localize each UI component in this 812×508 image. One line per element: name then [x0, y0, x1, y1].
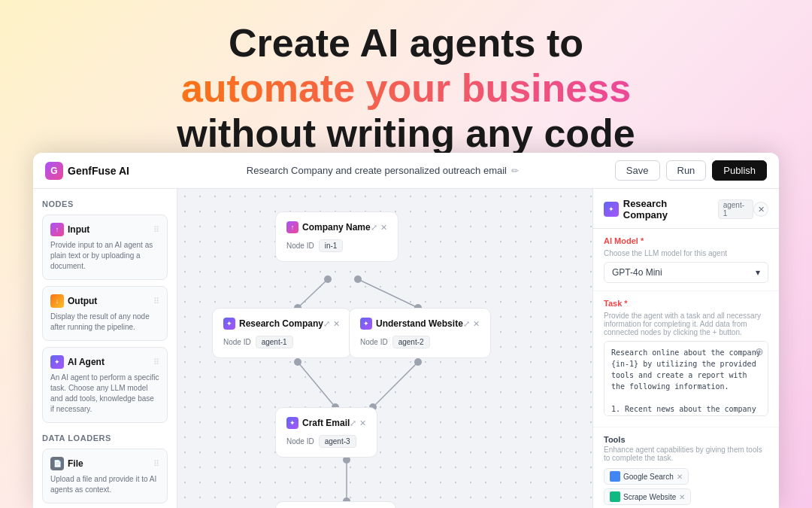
ai-model-chevron: ▾: [756, 267, 760, 278]
craft-email-badge: agent-3: [319, 435, 356, 448]
understand-website-expand[interactable]: ⤢: [463, 319, 470, 329]
input-node-desc: Provide input to an AI agent as plain te…: [50, 240, 159, 272]
flow-node-outreach-email[interactable]: ↓ Outreach Email ⤢ ✕: [275, 501, 396, 508]
research-company-icon: ✦: [223, 318, 235, 330]
sidebar-section-loaders: Data Loaders 📄 File ⠿ Upload a file and …: [42, 433, 168, 503]
tools-section: Tools Enhance agent capabilities by givi…: [593, 427, 779, 508]
header-actions: Save Run Publish: [615, 160, 767, 181]
agent-node-icon: ✦: [50, 355, 64, 369]
svg-point-6: [354, 275, 362, 283]
scrape-icon: [610, 491, 620, 502]
craft-email-expand[interactable]: ⤢: [350, 418, 356, 428]
edit-icon[interactable]: ✏: [511, 166, 519, 176]
craft-email-id-row: Node ID agent-3: [286, 435, 366, 448]
svg-line-1: [358, 279, 418, 308]
sidebar-nodes-title: Nodes: [42, 199, 168, 208]
craft-email-close[interactable]: ✕: [359, 418, 366, 428]
publish-button[interactable]: Publish: [712, 160, 767, 181]
research-company-badge: agent-1: [256, 336, 293, 348]
panel-header: ✦ Research Company agent-1 ✕: [593, 189, 779, 229]
input-node-title: Input: [68, 224, 89, 235]
task-input-wrapper: Research online about the company {in-1}…: [604, 341, 768, 419]
task-textarea[interactable]: Research online about the company {in-1}…: [604, 341, 768, 416]
sidebar-item-input[interactable]: ↑ Input ⠿ Provide input to an AI agent a…: [42, 214, 168, 280]
scrape-remove-button[interactable]: ✕: [679, 493, 685, 501]
research-company-actions: ⤢ ✕: [323, 319, 340, 329]
agent-node-title: AI Agent: [68, 357, 105, 367]
panel-close-button[interactable]: ✕: [753, 202, 768, 217]
tool-chip-scrape[interactable]: Scrape Website ✕: [604, 488, 691, 505]
svg-point-10: [414, 358, 422, 366]
craft-email-title: Craft Email: [302, 418, 350, 428]
hero-line3: without writing any code: [177, 111, 635, 155]
scrape-website-label: Scrape Website: [623, 493, 676, 501]
flow-node-craft-email[interactable]: ✦ Craft Email ⤢ ✕ Node ID agent-3: [275, 407, 377, 458]
app-body: Nodes ↑ Input ⠿ Provide input to an AI a…: [33, 189, 779, 508]
output-drag-handle[interactable]: ⠿: [153, 297, 159, 306]
sidebar-item-file[interactable]: 📄 File ⠿ Upload a file and provide it to…: [42, 449, 168, 503]
file-drag-handle[interactable]: ⠿: [153, 459, 159, 469]
tools-title: Tools: [604, 435, 768, 444]
sidebar-item-output[interactable]: ↓ Output ⠿ Display the result of any nod…: [42, 286, 168, 341]
research-company-close[interactable]: ✕: [333, 319, 340, 329]
tool-chip-google[interactable]: Google Search ✕: [604, 468, 689, 485]
ai-model-value: GPT-4o Mini: [612, 267, 662, 278]
canvas[interactable]: ↑ Company Name ⤢ ✕ Node ID in-1: [177, 189, 592, 508]
input-drag-handle[interactable]: ⠿: [153, 225, 159, 235]
agent-badge: agent-1: [718, 199, 754, 219]
company-name-icon: ↑: [286, 221, 298, 233]
panel-ai-model-section: AI Model * Choose the LLM model for this…: [593, 229, 779, 291]
agent-node-desc: An AI agent to perform a specific task. …: [50, 373, 159, 415]
hero-line1: Create AI agents to: [229, 21, 583, 65]
header-title: Research Company and create personalized…: [150, 165, 615, 176]
company-name-title: Company Name: [302, 222, 371, 233]
research-company-expand[interactable]: ⤢: [323, 319, 330, 329]
google-search-label: Google Search: [623, 473, 674, 481]
panel-node-icon: ✦: [604, 202, 619, 217]
tools-desc: Enhance agent capabilities by giving the…: [604, 446, 768, 462]
flow-node-company-name[interactable]: ↑ Company Name ⤢ ✕ Node ID in-1: [275, 211, 398, 262]
understand-website-icon: ✦: [360, 318, 372, 330]
file-node-icon: 📄: [50, 457, 64, 470]
tool-chips: Google Search ✕ Scrape Website ✕: [604, 468, 768, 505]
app-window: G GenfFuse AI Research Company and creat…: [33, 153, 779, 508]
svg-line-2: [298, 362, 335, 407]
save-button[interactable]: Save: [615, 160, 660, 181]
brand-icon: G: [45, 162, 63, 180]
flow-node-research-company[interactable]: ✦ Research Company ⤢ ✕ Node ID agent-1: [212, 308, 351, 358]
flow-title-text: Research Company and create personalized…: [247, 165, 507, 176]
input-node-icon: ↑: [50, 223, 64, 236]
file-node-title: File: [68, 458, 83, 469]
company-name-close[interactable]: ✕: [380, 223, 387, 233]
understand-website-badge: agent-2: [392, 336, 430, 348]
ai-model-sublabel: Choose the LLM model for this agent: [604, 249, 768, 257]
understand-website-actions: ⤢ ✕: [463, 319, 480, 329]
task-plus-button[interactable]: ⊕: [755, 345, 764, 357]
sidebar: Nodes ↑ Input ⠿ Provide input to an AI a…: [33, 189, 177, 508]
flow-node-understand-website[interactable]: ✦ Understand Website ⤢ ✕ Node ID agent-2: [349, 308, 491, 358]
understand-website-close[interactable]: ✕: [473, 319, 480, 329]
panel-title: Research Company: [623, 198, 714, 221]
brand-name: GenfFuse AI: [68, 165, 129, 177]
panel-title-row: ✦ Research Company agent-1: [604, 198, 753, 221]
app-header: G GenfFuse AI Research Company and creat…: [33, 153, 779, 189]
craft-email-actions: ⤢ ✕: [350, 418, 366, 428]
google-icon: [610, 471, 620, 482]
run-button[interactable]: Run: [666, 160, 707, 181]
right-panel: ✦ Research Company agent-1 ✕ AI Model * …: [592, 189, 779, 508]
company-name-actions: ⤢ ✕: [371, 223, 387, 233]
google-remove-button[interactable]: ✕: [677, 473, 683, 481]
company-name-expand[interactable]: ⤢: [371, 223, 377, 233]
company-name-id-row: Node ID in-1: [286, 239, 387, 252]
understand-website-title: Understand Website: [376, 318, 463, 329]
sidebar-item-ai-agent[interactable]: ✦ AI Agent ⠿ An AI agent to perform a sp…: [42, 347, 168, 423]
agent-drag-handle[interactable]: ⠿: [153, 357, 159, 367]
understand-website-id-row: Node ID agent-2: [360, 336, 480, 348]
file-node-desc: Upload a file and provide it to AI agent…: [50, 474, 159, 495]
svg-line-3: [373, 362, 418, 407]
research-company-id-row: Node ID agent-1: [223, 336, 340, 348]
ai-model-label: AI Model *: [604, 236, 768, 245]
sidebar-loaders-title: Data Loaders: [42, 433, 168, 443]
panel-task-section: Task * Provide the agent with a task and…: [593, 291, 779, 427]
ai-model-select[interactable]: GPT-4o Mini ▾: [604, 262, 768, 283]
